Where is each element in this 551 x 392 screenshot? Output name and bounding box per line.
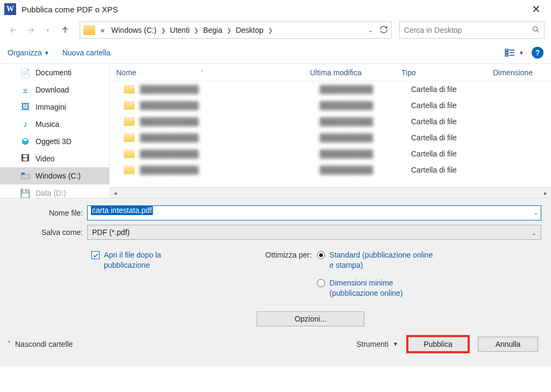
- chevron-down-icon: ▼: [393, 341, 398, 347]
- optimize-standard-radio[interactable]: [317, 251, 325, 259]
- column-name[interactable]: Nome ˄: [110, 68, 303, 77]
- refresh-icon[interactable]: [379, 25, 388, 35]
- view-mode-button[interactable]: ▼: [505, 48, 524, 57]
- video-icon: 🎞: [20, 154, 30, 163]
- options-button[interactable]: Opzioni...: [257, 311, 364, 326]
- sidebar-item-label: Data (D:): [36, 189, 66, 197]
- search-icon[interactable]: [532, 25, 540, 35]
- sidebar-item-documents[interactable]: 📄 Documenti: [0, 64, 109, 81]
- cancel-button[interactable]: Annulla: [478, 337, 538, 352]
- column-headers: Nome ˄ Ultima modifica Tipo Dimensione: [110, 64, 551, 81]
- nav-up-button[interactable]: [58, 23, 72, 37]
- sidebar-item-drive-d[interactable]: 💾 Data (D:): [0, 184, 109, 198]
- document-icon: 📄: [20, 68, 30, 77]
- organize-menu[interactable]: Organizza ▼: [8, 48, 50, 57]
- music-icon: ♪: [20, 119, 30, 129]
- table-row[interactable]: █████████████████████Cartella di file: [118, 146, 551, 162]
- chevron-down-icon[interactable]: ⌄: [533, 209, 538, 216]
- sidebar-item-music[interactable]: ♪ Musica: [0, 116, 109, 133]
- new-folder-button[interactable]: Nuova cartella: [62, 48, 111, 57]
- file-type: Cartella di file: [411, 149, 503, 158]
- table-row[interactable]: █████████████████████Cartella di file: [118, 113, 551, 130]
- chevron-down-icon[interactable]: ⌄: [532, 230, 536, 237]
- chevron-right-icon[interactable]: ❯: [161, 27, 166, 34]
- folder-icon: [83, 25, 95, 35]
- optimize-standard-label: Standard (pubblicazione online e stampa): [329, 250, 437, 270]
- filename-label: Nome file:: [0, 209, 87, 217]
- folder-icon: [124, 133, 135, 142]
- breadcrumb-part[interactable]: Desktop: [234, 26, 265, 34]
- horizontal-scrollbar[interactable]: ◂ ▸: [110, 187, 551, 198]
- nav-recent-dropdown[interactable]: ▾: [41, 23, 55, 37]
- filename-input[interactable]: carta intestata.pdf ⌄: [87, 205, 541, 220]
- breadcrumb-prefix: «: [98, 26, 107, 34]
- chevron-up-icon: ˄: [8, 340, 11, 348]
- close-button[interactable]: ✕: [525, 3, 547, 16]
- optimize-minimal-label: Dimensioni minime (pubblicazione online): [329, 278, 437, 298]
- table-row[interactable]: █████████████████████Cartella di file: [118, 97, 551, 113]
- hide-folders-button[interactable]: ˄ Nascondi cartelle: [8, 340, 73, 348]
- sidebar-item-downloads[interactable]: Download: [0, 81, 109, 98]
- svg-rect-8: [22, 173, 25, 175]
- column-type[interactable]: Tipo: [395, 68, 486, 77]
- drive-icon: 💾: [20, 188, 30, 198]
- scroll-right-icon[interactable]: ▸: [540, 189, 551, 197]
- folder-icon: [124, 166, 135, 174]
- sidebar-item-drive-c[interactable]: Windows (C:): [0, 167, 109, 184]
- address-dropdown-icon[interactable]: ⌄: [368, 27, 373, 34]
- chevron-down-icon: ▼: [44, 50, 50, 56]
- sidebar-item-3d[interactable]: Oggetti 3D: [0, 133, 109, 150]
- table-row[interactable]: █████████████████████Cartella di file: [118, 162, 551, 178]
- drive-icon: [20, 171, 30, 181]
- nav-forward-button[interactable]: [24, 23, 38, 37]
- folder-icon: [124, 149, 135, 158]
- sidebar-item-video[interactable]: 🎞 Video: [0, 150, 109, 167]
- chevron-right-icon[interactable]: ❯: [227, 27, 231, 34]
- folder-icon: [124, 101, 135, 110]
- nav-back-button[interactable]: [6, 23, 20, 37]
- search-box[interactable]: [399, 22, 545, 39]
- sidebar-item-label: Immagini: [36, 103, 66, 111]
- column-size[interactable]: Dimensione: [486, 68, 551, 77]
- file-type: Cartella di file: [411, 85, 503, 94]
- sidebar-item-label: Video: [36, 154, 55, 163]
- file-modified: ██████████: [320, 133, 411, 142]
- chevron-right-icon[interactable]: ❯: [194, 27, 199, 34]
- svg-rect-7: [21, 175, 30, 179]
- table-row[interactable]: █████████████████████Cartella di file: [118, 81, 551, 97]
- file-name: ███████████: [140, 85, 320, 94]
- open-after-checkbox[interactable]: [91, 251, 100, 259]
- folder-icon: [124, 85, 135, 94]
- svg-rect-2: [505, 52, 508, 53]
- breadcrumb-part[interactable]: Windows (C:): [109, 26, 159, 34]
- file-type: Cartella di file: [411, 133, 503, 142]
- folder-icon: [124, 117, 135, 126]
- sidebar-item-label: Windows (C:): [36, 172, 81, 180]
- tools-menu[interactable]: Strumenti ▼: [356, 340, 398, 348]
- scroll-track[interactable]: [121, 189, 540, 197]
- file-name: ███████████: [140, 149, 320, 158]
- file-modified: ██████████: [320, 166, 411, 174]
- breadcrumb-part[interactable]: Begia: [201, 26, 224, 34]
- file-type: Cartella di file: [411, 101, 503, 110]
- file-name: ███████████: [140, 133, 320, 142]
- file-type: Cartella di file: [411, 117, 503, 126]
- saveas-select[interactable]: PDF (*.pdf) ⌄: [87, 225, 541, 240]
- search-input[interactable]: [404, 26, 528, 34]
- sort-indicator-icon: ˄: [201, 69, 203, 75]
- file-modified: ██████████: [320, 149, 411, 158]
- sidebar-item-images[interactable]: 🖼 Immagini: [0, 98, 109, 116]
- publish-button[interactable]: Pubblica: [408, 337, 468, 352]
- table-row[interactable]: █████████████████████Cartella di file: [118, 130, 551, 146]
- optimize-minimal-radio[interactable]: [317, 279, 325, 287]
- file-modified: ██████████: [320, 85, 411, 94]
- scroll-left-icon[interactable]: ◂: [110, 189, 121, 197]
- chevron-right-icon[interactable]: ❯: [268, 27, 273, 34]
- file-modified: ██████████: [320, 101, 411, 110]
- help-icon[interactable]: ?: [532, 47, 543, 59]
- breadcrumb-part[interactable]: Utenti: [168, 26, 192, 34]
- file-name: ███████████: [140, 101, 320, 110]
- column-modified[interactable]: Ultima modifica: [303, 68, 395, 77]
- address-bar[interactable]: « Windows (C:) ❯ Utenti ❯ Begia ❯ Deskto…: [80, 22, 392, 39]
- svg-rect-3: [505, 54, 508, 56]
